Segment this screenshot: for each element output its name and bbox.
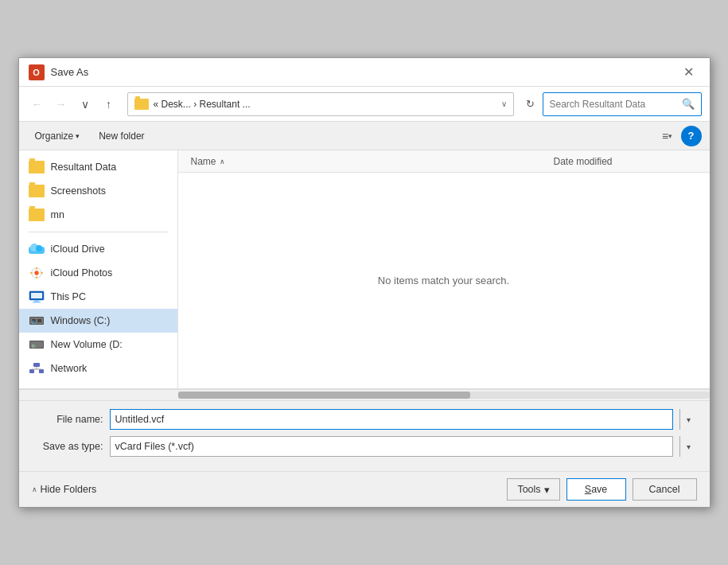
hide-folders-button[interactable]: ∧ Hide Folders [32, 484, 97, 495]
sidebar-item-icloud-drive[interactable]: iCloud Drive [19, 237, 177, 261]
bottom-form: File name: ▾ Save as type: vCard Files (… [19, 400, 710, 471]
col-date-header: Date modified [554, 156, 697, 167]
close-button[interactable]: ✕ [678, 63, 700, 82]
filetype-dropdown-button[interactable]: ▾ [679, 436, 697, 457]
search-bar[interactable]: 🔍 [543, 92, 702, 116]
save-button[interactable]: Save [566, 478, 626, 501]
folder-icon [29, 185, 45, 197]
windows-c-icon: C: [29, 314, 45, 327]
title-bar: O Save As ✕ [19, 58, 710, 87]
save-label: Save [585, 484, 608, 495]
address-bar[interactable]: « Desk... › Resultant ... ∨ [127, 92, 514, 116]
help-button[interactable]: ? [681, 126, 702, 146]
filename-row: File name: ▾ [32, 409, 697, 430]
tools-button[interactable]: Tools ▾ [507, 478, 559, 501]
save-as-dialog: O Save As ✕ ← → ∨ ↑ « Desk... › Resultan… [18, 57, 710, 508]
sort-arrow: ∧ [220, 158, 225, 166]
svg-rect-16 [37, 319, 41, 322]
back-button[interactable]: ← [27, 94, 48, 115]
svg-rect-11 [34, 300, 39, 302]
cancel-button[interactable]: Cancel [633, 478, 697, 501]
scrollbar-thumb[interactable] [178, 392, 470, 399]
filetype-value: vCard Files (*.vcf) [115, 441, 668, 452]
hide-folders-label: Hide Folders [41, 484, 97, 495]
new-folder-button[interactable]: New folder [91, 126, 152, 146]
filetype-dropdown[interactable]: vCard Files (*.vcf) [110, 436, 673, 457]
dropdown-button[interactable]: ∨ [75, 94, 95, 115]
sidebar-item-windows-c[interactable]: C: Windows (C:) [19, 309, 177, 333]
sidebar-item-resultant-data[interactable]: Resultant Data [19, 155, 177, 179]
content-body: No items match your search. [178, 173, 710, 388]
sidebar-item-this-pc[interactable]: This PC [19, 285, 177, 309]
svg-point-2 [36, 245, 42, 251]
column-header: Name ∧ Date modified [178, 150, 710, 173]
sidebar-item-icloud-photos[interactable]: iCloud Photos [19, 261, 177, 285]
svg-text:D:: D: [32, 344, 37, 349]
filename-input-container[interactable] [110, 409, 673, 430]
view-button[interactable]: ≡ ▾ [657, 126, 678, 146]
toolbar: Organize ▾ New folder ≡ ▾ ? [19, 122, 710, 150]
app-icon: O [29, 64, 45, 80]
content-pane: Name ∧ Date modified No items match your… [178, 150, 710, 388]
filename-label: File name: [32, 414, 103, 425]
sidebar-item-network[interactable]: Network [19, 357, 177, 380]
address-folder-icon [134, 99, 149, 110]
icloud-photos-icon [29, 267, 45, 279]
cancel-label: Cancel [649, 484, 680, 495]
col-name-header[interactable]: Name ∧ [191, 156, 554, 167]
action-bar: ∧ Hide Folders Tools ▾ Save Cancel [19, 471, 710, 507]
main-area: Resultant Data Screenshots mn iCloud Dri… [19, 150, 710, 389]
organize-button[interactable]: Organize ▾ [27, 126, 88, 146]
hide-folders-arrow: ∧ [32, 485, 37, 493]
svg-rect-10 [31, 293, 42, 298]
organize-dropdown-arrow: ▾ [76, 132, 80, 140]
folder-icon [29, 161, 45, 173]
sidebar: Resultant Data Screenshots mn iCloud Dri… [19, 150, 178, 388]
empty-message: No items match your search. [378, 275, 509, 286]
refresh-button[interactable]: ↻ [522, 95, 539, 113]
this-pc-icon [29, 290, 45, 303]
sidebar-item-screenshots[interactable]: Screenshots [19, 179, 177, 203]
navigation-bar: ← → ∨ ↑ « Desk... › Resultant ... ∨ ↻ 🔍 [19, 87, 710, 122]
search-input[interactable] [550, 99, 682, 110]
address-text: « Desk... › Resultant ... [154, 99, 501, 110]
svg-point-4 [34, 271, 38, 275]
svg-rect-21 [33, 363, 40, 367]
sidebar-item-mn[interactable]: mn [19, 203, 177, 227]
scrollbar-area [19, 389, 710, 400]
filetype-row: Save as type: vCard Files (*.vcf) ▾ [32, 436, 697, 457]
address-dropdown-arrow[interactable]: ∨ [501, 99, 507, 108]
forward-button[interactable]: → [51, 94, 72, 115]
filename-dropdown-button[interactable]: ▾ [679, 409, 697, 430]
sidebar-item-new-volume-d[interactable]: D: New Volume (D: [19, 333, 177, 357]
svg-rect-23 [39, 369, 44, 373]
action-bar-right: Tools ▾ Save Cancel [507, 478, 696, 501]
scrollbar-track[interactable] [178, 392, 710, 399]
icloud-drive-icon [29, 243, 45, 255]
svg-rect-12 [33, 302, 41, 303]
new-volume-icon: D: [29, 338, 45, 351]
search-icon[interactable]: 🔍 [682, 98, 695, 110]
filetype-label: Save as type: [32, 441, 103, 452]
sidebar-separator [29, 232, 168, 232]
folder-icon [29, 208, 45, 221]
up-button[interactable]: ↑ [99, 94, 119, 115]
svg-rect-22 [29, 369, 34, 373]
dialog-title: Save As [51, 66, 678, 78]
svg-text:C:: C: [32, 320, 37, 325]
network-icon [29, 362, 45, 375]
filename-input[interactable] [115, 414, 668, 425]
toolbar-right: ≡ ▾ ? [657, 126, 702, 146]
